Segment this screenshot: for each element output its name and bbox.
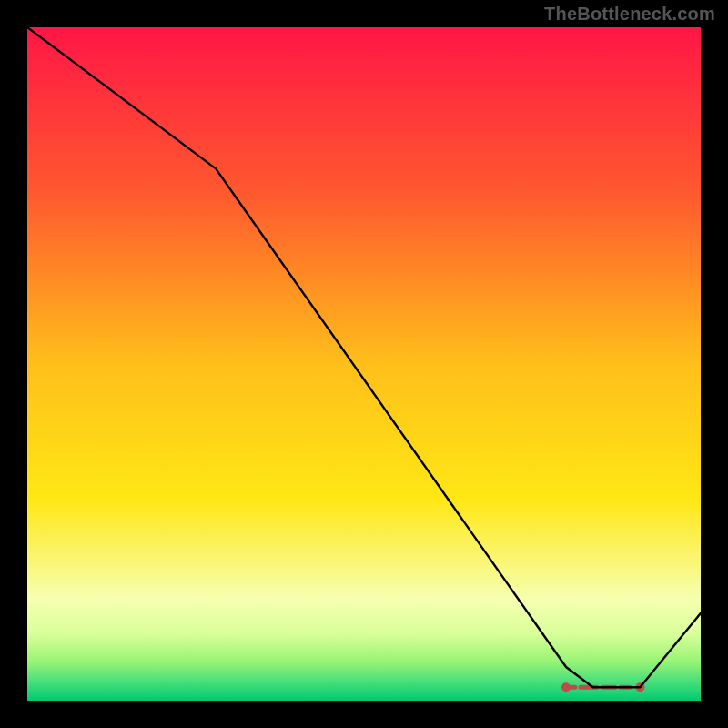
chart-container: TheBottleneck.com xyxy=(0,0,728,728)
svg-point-1 xyxy=(561,682,571,692)
plot-area xyxy=(27,27,701,701)
gradient-background xyxy=(27,27,701,701)
watermark-text: TheBottleneck.com xyxy=(544,4,715,25)
chart-svg xyxy=(27,27,701,701)
